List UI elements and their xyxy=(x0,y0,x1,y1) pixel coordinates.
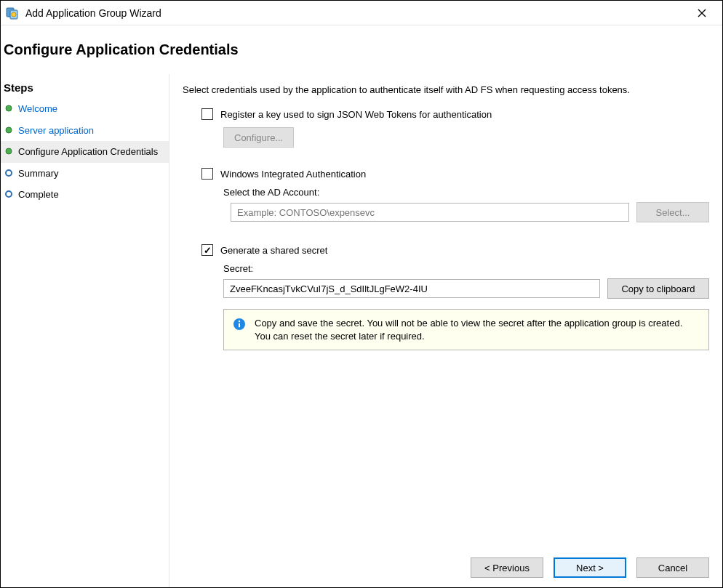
svg-point-3 xyxy=(6,105,12,111)
step-label: Server application xyxy=(18,124,94,137)
secret-field-label: Secret: xyxy=(223,263,709,274)
svg-point-2 xyxy=(12,12,16,17)
shared-secret-label: Generate a shared secret xyxy=(220,245,327,256)
copy-to-clipboard-button[interactable]: Copy to clipboard xyxy=(607,278,709,299)
info-box: Copy and save the secret. You will not b… xyxy=(223,309,709,350)
configure-button: Configure... xyxy=(223,127,294,148)
footer-buttons: < Previous Next > Cancel xyxy=(471,557,709,578)
ad-account-label: Select the AD Account: xyxy=(223,187,709,198)
step-label: Welcome xyxy=(18,102,57,116)
previous-button[interactable]: < Previous xyxy=(471,557,543,578)
bullet-icon xyxy=(5,126,12,134)
svg-rect-9 xyxy=(239,323,240,328)
shared-secret-row: Generate a shared secret xyxy=(201,244,709,256)
window-title: Add Application Group Wizard xyxy=(25,7,161,19)
register-key-label: Register a key used to sign JSON Web Tok… xyxy=(220,109,492,120)
register-key-checkbox[interactable] xyxy=(201,108,213,120)
secret-input[interactable] xyxy=(223,279,600,298)
wia-checkbox[interactable] xyxy=(201,168,213,180)
wia-label: Windows Integrated Authentication xyxy=(220,169,366,180)
ad-account-input xyxy=(231,203,629,222)
bullet-icon xyxy=(5,169,12,177)
step-complete[interactable]: Complete xyxy=(1,184,169,206)
step-welcome[interactable]: Welcome xyxy=(1,98,169,120)
intro-text: Select credentials used by the applicati… xyxy=(183,84,709,95)
step-summary[interactable]: Summary xyxy=(1,163,169,185)
bullet-icon xyxy=(5,105,12,112)
close-button[interactable] xyxy=(687,1,716,25)
info-text: Copy and save the secret. You will not b… xyxy=(255,317,700,342)
app-icon xyxy=(5,6,20,20)
next-button[interactable]: Next > xyxy=(554,557,626,578)
step-server-application[interactable]: Server application xyxy=(1,120,169,142)
step-configure-credentials[interactable]: Configure Application Credentials xyxy=(1,141,169,163)
page-heading: Configure Application Credentials xyxy=(1,25,722,74)
svg-point-4 xyxy=(6,127,12,133)
step-label: Summary xyxy=(18,167,59,180)
content-area: Steps Welcome Server application Configu… xyxy=(1,74,722,588)
step-label: Configure Application Credentials xyxy=(18,145,158,158)
bullet-icon xyxy=(5,148,12,155)
main-panel: Select credentials used by the applicati… xyxy=(169,74,722,588)
svg-point-10 xyxy=(239,321,240,322)
steps-header: Steps xyxy=(1,78,169,98)
wia-row: Windows Integrated Authentication xyxy=(201,168,709,180)
bullet-icon xyxy=(5,190,12,198)
cancel-button[interactable]: Cancel xyxy=(636,557,709,578)
svg-point-5 xyxy=(6,148,12,154)
steps-sidebar: Steps Welcome Server application Configu… xyxy=(1,74,169,588)
info-icon xyxy=(233,318,246,333)
svg-point-6 xyxy=(6,170,12,176)
register-key-row: Register a key used to sign JSON Web Tok… xyxy=(201,108,709,120)
select-account-button: Select... xyxy=(636,202,709,222)
shared-secret-checkbox[interactable] xyxy=(201,244,213,256)
step-label: Complete xyxy=(18,188,59,201)
svg-point-7 xyxy=(6,191,12,197)
title-bar: Add Application Group Wizard xyxy=(1,1,722,25)
